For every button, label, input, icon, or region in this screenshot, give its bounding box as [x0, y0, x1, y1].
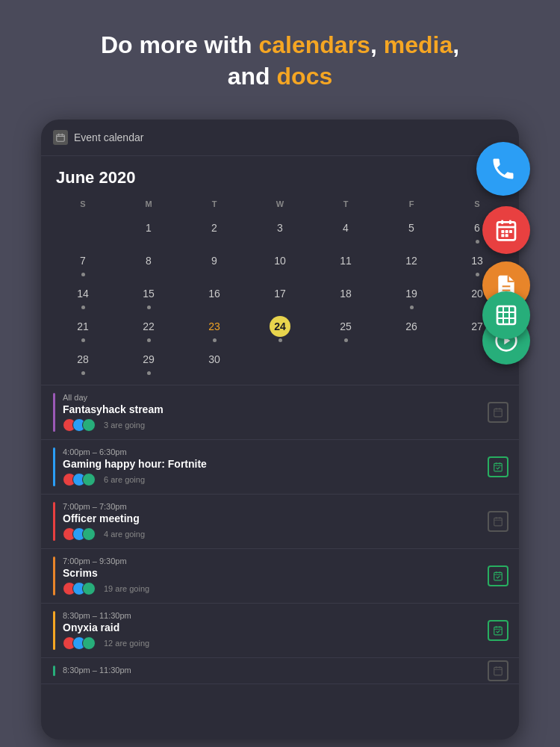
event-rsvp[interactable] — [488, 620, 508, 641]
day-number — [72, 217, 93, 238]
day-cell[interactable]: 16 — [181, 280, 247, 313]
device-frame: Event calendar June 2020 S M T W T F S 1… — [41, 120, 519, 740]
day-cell[interactable]: 18 — [313, 280, 379, 313]
avatar — [82, 418, 96, 432]
day-cell[interactable]: 9 — [181, 247, 247, 280]
event-item[interactable]: 4:00pm – 6:30pmGaming happy hour: Fortni… — [41, 440, 519, 495]
calendar-header: Event calendar — [41, 120, 519, 156]
day-number: 15 — [138, 283, 159, 304]
event-time: 7:00pm – 7:30pm — [63, 502, 507, 511]
event-rsvp[interactable] — [488, 511, 508, 532]
day-cell[interactable]: 29 — [116, 346, 181, 379]
hero-comma2: , — [452, 31, 459, 58]
day-cell[interactable]: 10 — [247, 247, 313, 280]
rsvp-icon[interactable] — [488, 456, 508, 477]
event-color-bar — [53, 447, 55, 486]
hero-media: media — [384, 31, 452, 58]
going-count: 12 are going — [104, 639, 149, 648]
event-dot — [147, 306, 151, 309]
day-cell[interactable]: 30 — [181, 346, 247, 379]
event-dot — [81, 338, 85, 342]
day-cell[interactable]: 21 — [50, 313, 116, 346]
event-item[interactable]: 8:30pm – 11:30pmOnyxia raid12 are going — [41, 604, 519, 658]
day-number: 25 — [335, 316, 356, 337]
svg-rect-24 — [494, 667, 503, 675]
day-cell[interactable]: 2 — [181, 214, 247, 247]
event-time: 7:00pm – 9:30pm — [63, 557, 507, 565]
event-item[interactable]: 8:30pm – 11:30pm — [41, 658, 519, 684]
svg-rect-33 — [505, 230, 508, 233]
event-dot — [410, 306, 414, 309]
day-number: 16 — [204, 283, 225, 304]
day-cell[interactable]: 17 — [247, 280, 313, 313]
spreadsheet-fab[interactable] — [482, 291, 530, 339]
month-title: June 2020 — [56, 168, 504, 187]
day-fri: F — [379, 199, 444, 208]
svg-rect-20 — [494, 627, 503, 635]
going-count: 6 are going — [104, 475, 145, 484]
event-rsvp[interactable] — [488, 565, 508, 586]
svg-rect-12 — [494, 518, 503, 526]
event-rsvp[interactable] — [488, 402, 508, 423]
calendar-fab[interactable] — [482, 206, 530, 254]
event-attendees: 19 are going — [63, 582, 507, 595]
event-dot — [213, 338, 217, 342]
event-item[interactable]: 7:00pm – 7:30pmOfficer meeting4 are goin… — [41, 495, 519, 549]
svg-rect-4 — [494, 409, 503, 417]
event-time: 4:00pm – 6:30pm — [63, 447, 507, 456]
day-cell[interactable]: 28 — [50, 346, 116, 379]
day-number: 29 — [138, 349, 159, 370]
attendee-avatars — [63, 418, 92, 432]
day-cell[interactable]: 3 — [247, 214, 313, 247]
avatar — [82, 473, 96, 486]
svg-rect-32 — [501, 230, 504, 233]
event-dot — [147, 371, 151, 375]
day-cell[interactable]: 26 — [379, 313, 444, 346]
day-cell[interactable]: 11 — [313, 247, 379, 280]
day-cell[interactable]: 8 — [116, 247, 181, 280]
event-color-bar — [53, 611, 55, 650]
day-mon: M — [116, 199, 181, 208]
day-cell[interactable]: 25 — [313, 313, 379, 346]
day-cell[interactable]: 22 — [116, 313, 181, 346]
event-body: 4:00pm – 6:30pmGaming happy hour: Fortni… — [63, 447, 507, 486]
day-number: 5 — [401, 217, 422, 238]
svg-rect-35 — [501, 234, 504, 237]
event-rsvp[interactable] — [488, 660, 508, 681]
rsvp-icon[interactable] — [488, 402, 508, 423]
event-attendees: 12 are going — [63, 636, 507, 650]
day-cell[interactable]: 1 — [116, 214, 181, 247]
event-name: Gaming happy hour: Fortnite — [63, 458, 507, 470]
event-color-bar — [53, 393, 55, 432]
day-number: 17 — [270, 283, 290, 304]
rsvp-icon[interactable] — [488, 565, 508, 586]
day-cell[interactable]: 15 — [116, 280, 181, 313]
event-item[interactable]: 7:00pm – 9:30pmScrims19 are going — [41, 549, 519, 604]
event-attendees: 6 are going — [63, 473, 507, 486]
day-cell[interactable]: 24 — [247, 313, 313, 346]
svg-rect-16 — [494, 572, 503, 580]
day-thu: T — [313, 199, 379, 208]
event-body: 8:30pm – 11:30pm — [63, 666, 507, 676]
day-cell[interactable]: 4 — [313, 214, 379, 247]
event-dot — [147, 338, 151, 342]
day-cell[interactable]: 19 — [379, 280, 444, 313]
day-number: 28 — [72, 349, 93, 370]
event-color-bar — [53, 502, 55, 541]
day-cell[interactable]: 12 — [379, 247, 444, 280]
day-cell[interactable]: 14 — [50, 280, 116, 313]
phone-fab[interactable] — [476, 142, 530, 196]
rsvp-icon[interactable] — [488, 620, 508, 641]
rsvp-icon[interactable] — [488, 511, 508, 532]
event-item[interactable]: All dayFantasyhack stream3 are going — [41, 385, 519, 440]
day-cell[interactable]: 5 — [379, 214, 444, 247]
rsvp-icon[interactable] — [488, 660, 508, 681]
day-cell[interactable]: 23 — [181, 313, 247, 346]
svg-rect-34 — [509, 230, 512, 233]
event-dot — [81, 273, 85, 276]
day-cell[interactable]: 7 — [50, 247, 116, 280]
event-name: Scrims — [63, 567, 507, 579]
day-names: S M T W T F S — [50, 193, 510, 214]
day-wed: W — [247, 199, 313, 208]
event-rsvp[interactable] — [488, 456, 508, 477]
